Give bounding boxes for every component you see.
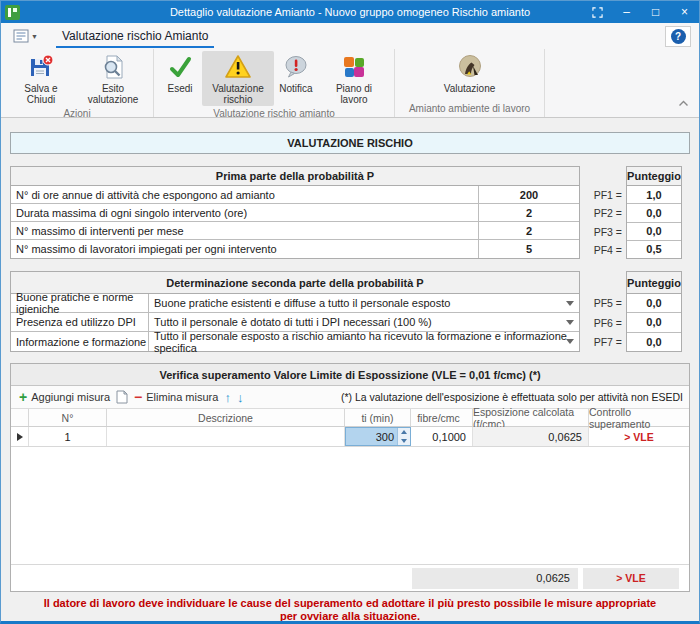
delete-measure-label: Elimina misura bbox=[146, 391, 218, 403]
dropdown-buone-pratiche[interactable]: Buone pratiche esistenti e diffuse a tut… bbox=[149, 294, 579, 312]
stepper-up-icon[interactable] bbox=[398, 428, 410, 437]
row-label: N° massimo di interventi per mese bbox=[11, 222, 479, 239]
pf1-score: 1,0 bbox=[627, 186, 681, 204]
piano-di-lavoro-button[interactable]: Piano di lavoro bbox=[318, 51, 390, 106]
notifica-button[interactable]: Notifica bbox=[274, 51, 318, 95]
salva-e-chiudi-button[interactable]: Salva e Chiudi bbox=[5, 51, 77, 106]
pf4-label: PF4 = bbox=[580, 241, 626, 259]
move-up-button[interactable]: ↑ bbox=[224, 390, 231, 405]
dropdown-value: Tutto il personale è dotato di tutti i D… bbox=[154, 316, 432, 328]
table-row: Buone pratiche e norme igieniche Buone p… bbox=[11, 294, 579, 313]
plus-icon: + bbox=[19, 392, 27, 402]
row-label: Informazione e formazione bbox=[11, 332, 149, 351]
pf6-label: PF6 = bbox=[580, 313, 626, 333]
column-header-controllo[interactable]: Controllo superamento bbox=[589, 409, 689, 426]
value-field[interactable]: 2 bbox=[479, 204, 579, 221]
row-label: Buone pratiche e norme igieniche bbox=[11, 294, 149, 312]
row-label: Durata massima di ogni singolo intervent… bbox=[11, 204, 479, 221]
pf6-score: 0,0 bbox=[627, 313, 681, 332]
pf3-label: PF3 = bbox=[580, 223, 626, 241]
form-menu-icon bbox=[13, 29, 29, 43]
cell-esposizione: 0,0625 bbox=[473, 427, 589, 446]
summary-esposizione: 0,0625 bbox=[412, 568, 578, 589]
vle-section: Verifica superamento Valore Limite di Es… bbox=[10, 363, 690, 592]
title-bar: Dettaglio valutazione Amianto - Nuovo gr… bbox=[1, 1, 699, 23]
group-caption-azioni: Azioni bbox=[5, 106, 149, 122]
grid-header-row: N° Descrizione ti (min) fibre/cmc Esposi… bbox=[11, 409, 689, 427]
close-button[interactable]: × bbox=[670, 1, 699, 23]
help-button[interactable]: ? bbox=[665, 26, 691, 47]
dropdown-dpi[interactable]: Tutto il personale è dotato di tutti i D… bbox=[149, 313, 579, 331]
button-label: Esedi bbox=[167, 83, 192, 94]
button-label: Notifica bbox=[279, 83, 312, 94]
valutazione-rischio-button[interactable]: Valutazione rischio bbox=[202, 51, 274, 106]
ribbon-group-valutazione-rischio-amianto: Esedi Valutazione rischio bbox=[154, 49, 395, 117]
number-stepper[interactable] bbox=[397, 428, 410, 445]
puzzle-icon bbox=[341, 54, 367, 80]
help-icon: ? bbox=[671, 29, 686, 44]
ribbon-body: Salva e Chiudi Esito valutazione Azioni bbox=[1, 49, 699, 117]
column-header-esposizione[interactable]: Esposizione calcolata (f/cmc) bbox=[473, 409, 589, 426]
pf2-label: PF2 = bbox=[580, 204, 626, 222]
minimize-button[interactable]: – bbox=[612, 1, 641, 23]
row-selector-header bbox=[11, 409, 29, 426]
esito-valutazione-button[interactable]: Esito valutazione bbox=[77, 51, 149, 106]
value-field[interactable]: 2 bbox=[479, 222, 579, 239]
row-selector[interactable] bbox=[11, 427, 29, 446]
table-prima-parte: Prima parte della probabilità P N° di or… bbox=[10, 166, 690, 259]
table-row: N° di ore annue di attività che espongon… bbox=[11, 186, 579, 204]
button-label: Piano di lavoro bbox=[323, 83, 385, 105]
full-screen-icon[interactable] bbox=[583, 1, 612, 23]
pf1-label: PF1 = bbox=[580, 186, 626, 204]
dropdown-value: Tutto il personale esposto a rischio ami… bbox=[154, 330, 579, 354]
maximize-button[interactable]: □ bbox=[641, 1, 670, 23]
table-row: N° massimo di interventi per mese 2 bbox=[11, 222, 579, 240]
column-header-ti[interactable]: ti (min) bbox=[345, 409, 411, 426]
delete-measure-button[interactable]: − Elimina misura bbox=[134, 391, 218, 403]
cell-ti-editor[interactable]: 300 bbox=[345, 427, 411, 446]
arrow-down-icon: ↓ bbox=[237, 390, 244, 405]
ribbon-group-amianto-ambiente: Valutazione Amianto ambiente di lavoro bbox=[395, 49, 545, 117]
column-header-n[interactable]: N° bbox=[29, 409, 107, 426]
vle-toolbar: + Aggiungi misura − Elimina misura ↑ bbox=[11, 386, 689, 409]
valutazione-ambiente-button[interactable]: Valutazione bbox=[439, 51, 501, 95]
row-marker-icon bbox=[17, 433, 23, 441]
group-caption-amianto-ambiente: Amianto ambiente di lavoro bbox=[399, 101, 540, 117]
notification-bubble-icon bbox=[283, 54, 309, 80]
cell-controllo: > VLE bbox=[589, 427, 689, 446]
pf2-score: 0,0 bbox=[627, 204, 681, 222]
group-caption-valutazione-rischio-amianto: Valutazione rischio amianto bbox=[158, 106, 390, 122]
copy-measure-button[interactable] bbox=[116, 390, 128, 404]
column-header-fibre[interactable]: fibre/cmc bbox=[411, 409, 473, 426]
table-row: Informazione e formazione Tutto il perso… bbox=[11, 332, 579, 351]
grid-empty-area bbox=[11, 447, 689, 564]
tab-valutazione-rischio-amianto[interactable]: Valutazione rischio Amianto bbox=[56, 25, 215, 48]
stepper-down-icon[interactable] bbox=[398, 437, 410, 446]
table-row: Durata massima di ogni singolo intervent… bbox=[11, 204, 579, 222]
button-label: Valutazione bbox=[444, 83, 496, 94]
app-window: Dettaglio valutazione Amianto - Nuovo gr… bbox=[0, 0, 700, 624]
vle-header: Verifica superamento Valore Limite di Es… bbox=[11, 364, 689, 386]
grid-data-row: 1 300 0,1000 0,0625 > VLE bbox=[11, 427, 689, 447]
save-close-icon bbox=[28, 54, 54, 80]
column-header-descrizione[interactable]: Descrizione bbox=[107, 409, 345, 426]
dropdown-formazione[interactable]: Tutto il personale esposto a rischio ami… bbox=[149, 332, 579, 351]
value-field[interactable]: 5 bbox=[479, 240, 579, 258]
table-seconda-parte: Determinazione seconda parte della proba… bbox=[10, 271, 690, 352]
cell-n: 1 bbox=[29, 427, 107, 446]
pf5-score: 0,0 bbox=[627, 294, 681, 313]
punteggio-header: Punteggio bbox=[627, 272, 681, 294]
menu-button[interactable]: ▼ bbox=[13, 29, 38, 43]
chevron-down-icon: ▼ bbox=[31, 33, 38, 40]
cell-descrizione[interactable] bbox=[107, 427, 345, 446]
move-down-button[interactable]: ↓ bbox=[237, 390, 244, 405]
pf7-score: 0,0 bbox=[627, 333, 681, 351]
esedi-button[interactable]: Esedi bbox=[158, 51, 202, 95]
cell-fibre[interactable]: 0,1000 bbox=[411, 427, 473, 446]
value-field[interactable]: 200 bbox=[479, 186, 579, 203]
search-result-icon bbox=[100, 54, 126, 80]
row-label: N° di ore annue di attività che espongon… bbox=[11, 186, 479, 203]
collapse-ribbon-button[interactable] bbox=[678, 93, 689, 111]
button-label: Esito valutazione bbox=[82, 83, 144, 105]
add-measure-button[interactable]: + Aggiungi misura bbox=[19, 391, 110, 403]
